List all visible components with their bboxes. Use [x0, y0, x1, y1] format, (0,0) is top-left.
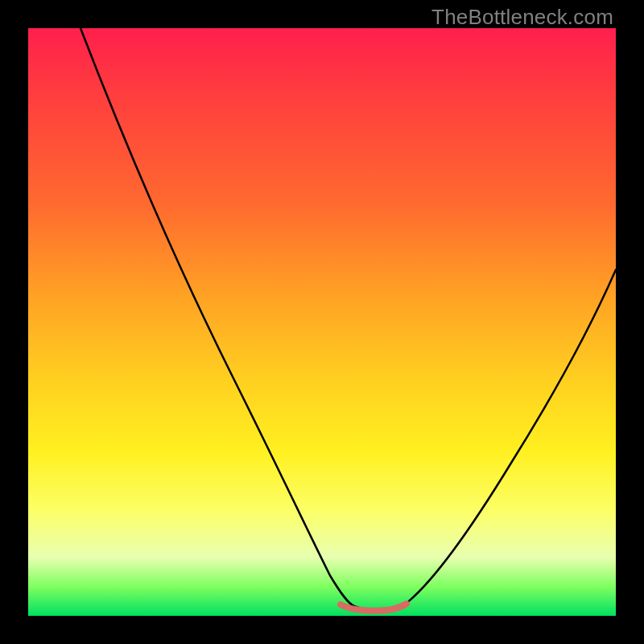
curve-right-arm: [407, 270, 616, 603]
chart-frame: TheBottleneck.com: [0, 0, 644, 644]
curve-svg: [28, 28, 616, 616]
curve-left-arm: [80, 28, 354, 606]
watermark-text: TheBottleneck.com: [431, 5, 613, 30]
plot-area: [28, 28, 616, 616]
